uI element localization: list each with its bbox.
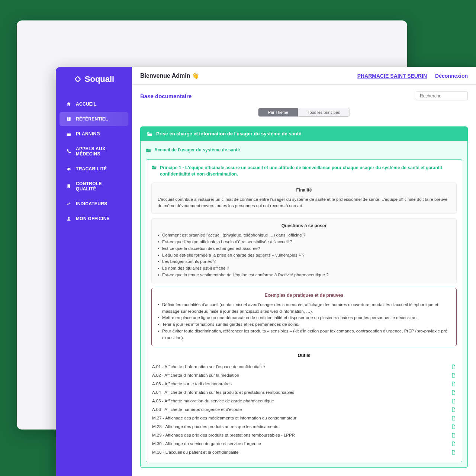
tool-item[interactable]: M.30 - Affichage du service de garde et …: [151, 440, 457, 448]
tool-item[interactable]: A.05 - Affichette majoration du service …: [151, 397, 457, 405]
tools-title: Outils: [151, 353, 457, 358]
sidebar-item-accueil[interactable]: ACCUEIL: [60, 97, 128, 111]
sidebar-item-planning[interactable]: PLANNING: [60, 127, 128, 141]
sidebar-item-officine[interactable]: MON OFFICINE: [60, 212, 128, 226]
sidebar-item-label: INDICATEURS: [76, 201, 107, 206]
logo-icon: [74, 75, 82, 83]
logout-link[interactable]: Déconnexion: [435, 73, 468, 79]
file-icon: [451, 390, 456, 395]
file-icon: [451, 407, 456, 412]
question-item: Comment est organisé l'accueil (physique…: [158, 232, 450, 239]
tool-label: M.28 - Affichage des prix des produits a…: [152, 424, 278, 429]
principle-title: Principe 1 - L'équipe officinale assure …: [160, 165, 457, 177]
section-header[interactable]: Prise en charge et information de l'usag…: [140, 126, 468, 141]
subsection-title: Accueil de l'usager du système de santé: [154, 147, 240, 152]
sidebar-item-label: CONTROLE QUALITÉ: [76, 181, 122, 192]
tool-item[interactable]: M.28 - Affichage des prix des produits a…: [151, 422, 457, 431]
folder-open-icon: [151, 165, 157, 170]
question-item: Le nom des titulaires est-il affiché ?: [158, 265, 450, 272]
svg-point-2: [68, 168, 70, 170]
section-title: Prise en charge et information de l'usag…: [156, 131, 301, 136]
example-item: Tenir à jour les informations sur les ga…: [158, 321, 450, 328]
bug-icon: [66, 166, 71, 171]
nav-list: ACCUEIL RÉFÉRENTIEL PLANNING APPELS AUX …: [56, 97, 132, 226]
sidebar-item-label: ACCUEIL: [76, 102, 96, 107]
tool-label: M.27 - Affichage des prix des médicament…: [152, 416, 296, 420]
chart-icon: [66, 201, 71, 206]
sidebar-item-appels[interactable]: APPELS AUX MÉDECINS: [60, 142, 128, 161]
app-window: Soquali ACCUEIL RÉFÉRENTIEL PLANNING APP…: [56, 67, 476, 476]
finalite-card: Finalité L'accueil contribue à instaurer…: [151, 183, 457, 214]
tab-group: Par Thème Tous les principes: [140, 108, 468, 117]
search-input[interactable]: [416, 91, 468, 100]
file-icon: [451, 424, 456, 429]
sidebar-item-referentiel[interactable]: RÉFÉRENTIEL: [60, 112, 128, 126]
svg-point-3: [68, 217, 70, 219]
tool-item[interactable]: A.03 - Affichette sur le tarif des honor…: [151, 380, 457, 388]
question-item: Est-ce que la discrétion des échanges es…: [158, 245, 450, 252]
tool-label: A.04 - Affichette d'information sur les …: [152, 390, 294, 395]
tool-label: A.03 - Affichette sur le tarif des honor…: [152, 382, 232, 386]
examples-card: Exemples de pratiques et de preuves Défi…: [151, 288, 457, 346]
question-item: Les badges sont-ils portés ?: [158, 258, 450, 265]
file-icon: [451, 399, 456, 403]
tool-item[interactable]: M.16 - L'accueil du patient et la confid…: [151, 448, 457, 457]
tool-item[interactable]: A.01 - Affichette d'information sur l'es…: [151, 363, 457, 371]
folder-open-icon: [147, 131, 152, 136]
example-item: Définir les modalités d'accueil (contact…: [158, 302, 450, 315]
user-icon: [66, 216, 71, 221]
sidebar: Soquali ACCUEIL RÉFÉRENTIEL PLANNING APP…: [56, 67, 132, 476]
example-item: Mettre en place une ligne ou une démarca…: [158, 315, 450, 321]
sidebar-item-controle[interactable]: CONTROLE QUALITÉ: [60, 177, 128, 196]
file-icon: [451, 373, 456, 378]
tool-label: M.30 - Affichage du service de garde et …: [152, 441, 261, 446]
questions-title: Questions à se poser: [158, 223, 450, 228]
sidebar-item-tracabilite[interactable]: TRAÇABILITÉ: [60, 162, 128, 176]
bookmark-icon: [66, 184, 71, 189]
section-body: Accueil de l'usager du système de santé …: [140, 141, 468, 468]
sidebar-item-label: RÉFÉRENTIEL: [76, 116, 108, 122]
principle-block: Principe 1 - L'équipe officinale assure …: [146, 159, 462, 462]
file-icon: [451, 450, 456, 455]
home-icon: [66, 102, 71, 107]
tool-item[interactable]: A.04 - Affichette d'information sur les …: [151, 388, 457, 397]
subsection-header[interactable]: Accueil de l'usager du système de santé: [146, 147, 462, 153]
content-header: Base documentaire: [140, 91, 468, 100]
finalite-title: Finalité: [158, 187, 450, 193]
svg-rect-1: [67, 132, 71, 134]
examples-title: Exemples de pratiques et de preuves: [158, 293, 450, 298]
tool-label: A.02 - Affichette d'information sur la m…: [152, 373, 239, 377]
tool-item[interactable]: M.29 - Affichage des prix des produits e…: [151, 431, 457, 440]
sidebar-item-label: PLANNING: [76, 131, 100, 136]
phone-icon: [66, 149, 71, 154]
tool-label: A.05 - Affichette majoration du service …: [152, 399, 274, 403]
file-icon: [451, 441, 456, 446]
tool-label: M.16 - L'accueil du patient et la confid…: [152, 450, 238, 454]
file-icon: [451, 382, 456, 386]
brand-logo: Soquali: [56, 74, 132, 84]
file-icon: [451, 416, 456, 421]
sidebar-item-label: MON OFFICINE: [76, 216, 110, 221]
tab-tous-principes[interactable]: Tous les principes: [298, 108, 350, 116]
question-item: L'équipe est-elle formée à la prise en c…: [158, 252, 450, 259]
file-icon: [451, 433, 456, 438]
main-panel: Bienvenue Admin 👋 PHARMACIE SAINT SEURIN…: [132, 67, 476, 476]
sidebar-item-indicateurs[interactable]: INDICATEURS: [60, 197, 128, 211]
tool-item[interactable]: M.27 - Affichage des prix des médicament…: [151, 414, 457, 422]
principle-header[interactable]: Principe 1 - L'équipe officinale assure …: [151, 165, 457, 177]
tool-label: A.01 - Affichette d'information sur l'es…: [152, 364, 265, 369]
questions-list: Comment est organisé l'accueil (physique…: [158, 232, 450, 279]
tool-item[interactable]: A.02 - Affichette d'information sur la m…: [151, 371, 457, 380]
folder-open-icon: [146, 148, 151, 152]
question-item: Est-ce que l'équipe officinale a besoin …: [158, 239, 450, 245]
welcome-text: Bienvenue Admin 👋: [140, 72, 199, 79]
examples-list: Définir les modalités d'accueil (contact…: [158, 302, 450, 341]
sidebar-item-label: APPELS AUX MÉDECINS: [76, 146, 122, 157]
pharmacy-link[interactable]: PHARMACIE SAINT SEURIN: [357, 73, 427, 79]
calendar-icon: [66, 131, 71, 136]
tool-label: A.06 - Affichette numéros d'urgence et d…: [152, 407, 242, 412]
tab-par-theme[interactable]: Par Thème: [258, 108, 298, 116]
tool-item[interactable]: A.06 - Affichette numéros d'urgence et d…: [151, 405, 457, 414]
tools-list: A.01 - Affichette d'information sur l'es…: [151, 363, 457, 457]
questions-card: Questions à se poser Comment est organis…: [151, 218, 457, 283]
